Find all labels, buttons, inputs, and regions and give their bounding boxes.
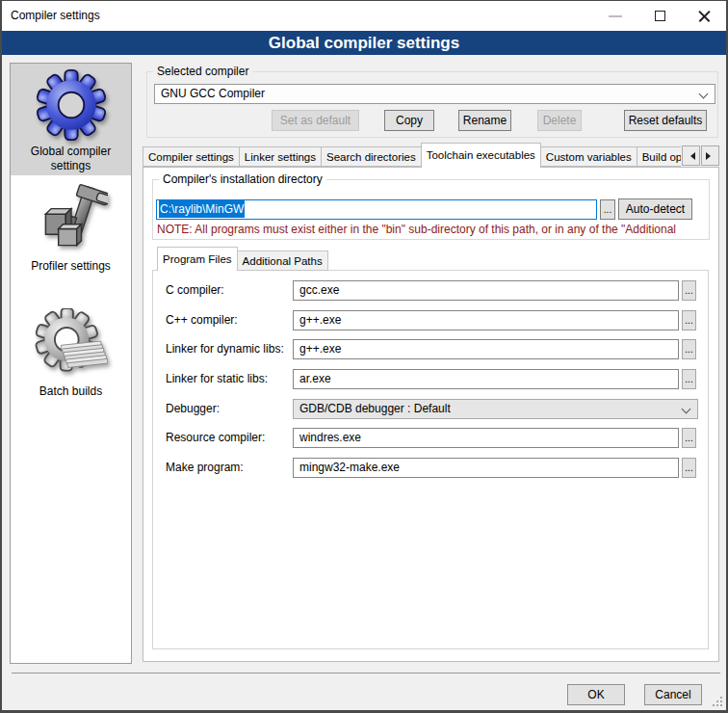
tab-scroll-right-button[interactable] — [701, 145, 719, 166]
browse-directory-button[interactable]: ... — [600, 199, 615, 220]
group-legend: Compiler's installation directory — [159, 172, 326, 187]
settings-tabstrip: Compiler settings Linker settings Search… — [143, 143, 681, 168]
tab-scroll-arrows — [681, 145, 719, 166]
titlebar[interactable]: Compiler settings — [2, 1, 726, 31]
field-input[interactable]: gcc.exe — [293, 280, 679, 301]
field-label: Linker for static libs: — [166, 372, 268, 385]
toolchain-field-row: Resource compiler:windres.exe... — [153, 428, 708, 448]
ok-button[interactable]: OK — [567, 684, 625, 705]
field-label: Make program: — [166, 461, 244, 474]
dialog-header: Global compiler settings — [2, 31, 726, 55]
chevron-down-icon — [682, 405, 691, 414]
toolchain-field-row: C compiler:gcc.exe... — [153, 280, 708, 301]
installation-directory-input[interactable]: C:\raylib\MinGW — [156, 199, 597, 220]
resize-grip[interactable] — [713, 697, 724, 708]
browse-button[interactable]: ... — [682, 280, 696, 301]
compiler-combobox[interactable]: GNU GCC Compiler — [154, 84, 715, 104]
field-label: C++ compiler: — [166, 313, 238, 327]
chevron-down-icon — [699, 90, 709, 99]
tab-linker-settings[interactable]: Linker settings — [239, 146, 322, 167]
selected-compiler-group: Selected compiler GNU GCC Compiler Set a… — [146, 71, 718, 138]
settings-category-sidebar: Global compiler settings — [10, 63, 132, 664]
maximize-button[interactable] — [637, 1, 682, 31]
tab-program-files[interactable]: Program Files — [157, 247, 238, 271]
blue-gear-icon — [35, 68, 108, 142]
debugger-combobox[interactable]: GDB/CDB debugger : Default — [293, 399, 698, 419]
browse-button[interactable]: ... — [682, 369, 696, 389]
tab-toolchain-executables[interactable]: Toolchain executables — [421, 143, 541, 168]
window-title: Compiler settings — [11, 9, 100, 22]
sidebar-item-batch-builds[interactable]: Batch builds — [11, 306, 131, 403]
field-label: Resource compiler: — [166, 431, 265, 444]
auto-detect-button[interactable]: Auto-detect — [618, 198, 692, 220]
footer-separator — [12, 673, 720, 673]
toolchain-field-row: Debugger:GDB/CDB debugger : Default — [153, 399, 708, 419]
tab-compiler-settings[interactable]: Compiler settings — [143, 146, 240, 167]
close-icon — [697, 9, 712, 23]
program-files-panel: C compiler:gcc.exe...C++ compiler:g++.ex… — [152, 270, 709, 649]
copy-button[interactable]: Copy — [384, 110, 434, 131]
cancel-button[interactable]: Cancel — [644, 684, 702, 705]
gear-paper-stack-icon — [35, 308, 108, 382]
program-files-tabstrip: Program Files Additional Paths — [157, 247, 327, 271]
field-input[interactable]: g++.exe — [293, 310, 679, 330]
minimize-icon — [609, 15, 622, 17]
toolchain-field-row: Linker for dynamic libs:g++.exe... — [153, 339, 708, 359]
window-controls — [593, 1, 726, 31]
toolchain-field-row: Linker for static libs:ar.exe... — [153, 369, 708, 389]
compiler-settings-window: Compiler settings Global compiler settin… — [0, 0, 728, 713]
group-legend: Selected compiler — [153, 65, 252, 79]
field-input[interactable]: ar.exe — [293, 369, 679, 389]
sidebar-item-profiler-settings[interactable]: Profiler settings — [11, 181, 131, 281]
left-arrow-icon — [687, 152, 695, 160]
compiler-combobox-value: GNU GCC Compiler — [161, 87, 265, 100]
installation-directory-group: Compiler's installation directory C:\ray… — [152, 179, 710, 240]
browse-button[interactable]: ... — [682, 458, 696, 478]
tab-scroll-left-button[interactable] — [682, 145, 700, 166]
sidebar-item-label: Profiler settings — [18, 259, 124, 274]
tab-search-directories[interactable]: Search directories — [321, 146, 422, 167]
sidebar-item-label: Batch builds — [18, 384, 124, 399]
field-label: C compiler: — [166, 283, 224, 297]
field-input[interactable]: g++.exe — [293, 339, 679, 359]
delete-button[interactable]: Delete — [537, 110, 582, 131]
field-input[interactable]: mingw32-make.exe — [293, 458, 679, 478]
field-label: Debugger: — [166, 402, 220, 415]
debugger-combobox-value: GDB/CDB debugger : Default — [299, 402, 451, 415]
reset-defaults-button[interactable]: Reset defaults — [624, 110, 707, 131]
sidebar-item-global-compiler-settings[interactable]: Global compiler settings — [11, 64, 131, 175]
maximize-icon — [655, 11, 665, 21]
field-input[interactable]: windres.exe — [293, 428, 679, 448]
rename-button[interactable]: Rename — [458, 110, 511, 131]
toolchain-field-row: C++ compiler:g++.exe... — [153, 310, 708, 330]
toolchain-field-row: Make program:mingw32-make.exe... — [153, 458, 708, 478]
close-button[interactable] — [682, 1, 726, 31]
note-text: NOTE: All programs must exist either in … — [157, 223, 704, 236]
set-as-default-button[interactable]: Set as default — [272, 110, 359, 131]
selected-text: C:\raylib\MinGW — [159, 200, 245, 218]
caliper-icon — [35, 183, 108, 256]
tab-build-options[interactable]: Build options — [637, 146, 681, 167]
toolchain-executables-page: Compiler's installation directory C:\ray… — [143, 167, 719, 662]
browse-button[interactable]: ... — [682, 339, 696, 359]
sidebar-item-label: Global compiler settings — [23, 145, 119, 173]
right-arrow-icon — [706, 152, 715, 160]
tab-custom-variables[interactable]: Custom variables — [540, 146, 637, 167]
minimize-button[interactable] — [593, 1, 637, 31]
browse-button[interactable]: ... — [682, 428, 696, 448]
browse-button[interactable]: ... — [682, 310, 696, 330]
tab-additional-paths[interactable]: Additional Paths — [237, 251, 328, 271]
field-label: Linker for dynamic libs: — [166, 342, 284, 356]
